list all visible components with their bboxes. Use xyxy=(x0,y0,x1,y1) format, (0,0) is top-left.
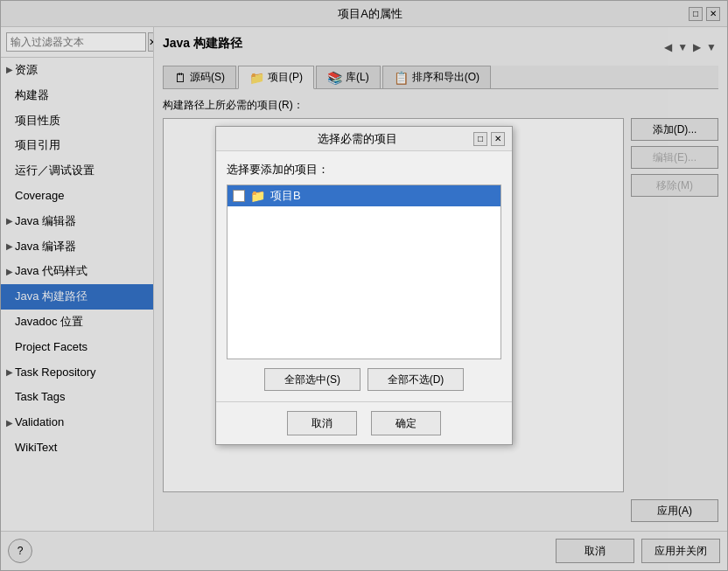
select-all-button[interactable]: 全部选中(S) xyxy=(264,368,360,391)
list-item[interactable]: 📁 项目B xyxy=(228,185,500,206)
dialog-title-bar: 选择必需的项目 □ ✕ xyxy=(216,127,512,151)
deselect-all-button[interactable]: 全部不选(D) xyxy=(368,368,464,391)
dialog-close-button[interactable]: ✕ xyxy=(491,132,505,146)
dialog: 选择必需的项目 □ ✕ 选择要添加的项目： 📁 项目B xyxy=(215,126,513,445)
dialog-title: 选择必需的项目 xyxy=(241,131,473,147)
dialog-overlay: 选择必需的项目 □ ✕ 选择要添加的项目： 📁 项目B xyxy=(1,1,727,570)
project-checkbox[interactable] xyxy=(233,190,245,202)
project-list: 📁 项目B xyxy=(227,185,501,359)
main-window: 项目A的属性 □ ✕ ✕ ▶ 资源 构建器 项目性质 xyxy=(0,0,728,571)
dialog-minimize-button[interactable]: □ xyxy=(473,132,487,146)
dialog-select-label: 选择要添加的项目： xyxy=(227,162,501,178)
dialog-cancel-button[interactable]: 取消 xyxy=(287,411,357,435)
dialog-controls: □ ✕ xyxy=(473,132,505,146)
dialog-footer: 取消 确定 xyxy=(216,401,512,444)
project-folder-icon: 📁 xyxy=(250,189,265,203)
dialog-body: 选择要添加的项目： 📁 项目B 全部选中(S) 全部不选(D) xyxy=(216,151,512,401)
dialog-select-buttons: 全部选中(S) 全部不选(D) xyxy=(227,368,501,391)
dialog-ok-button[interactable]: 确定 xyxy=(371,411,441,435)
